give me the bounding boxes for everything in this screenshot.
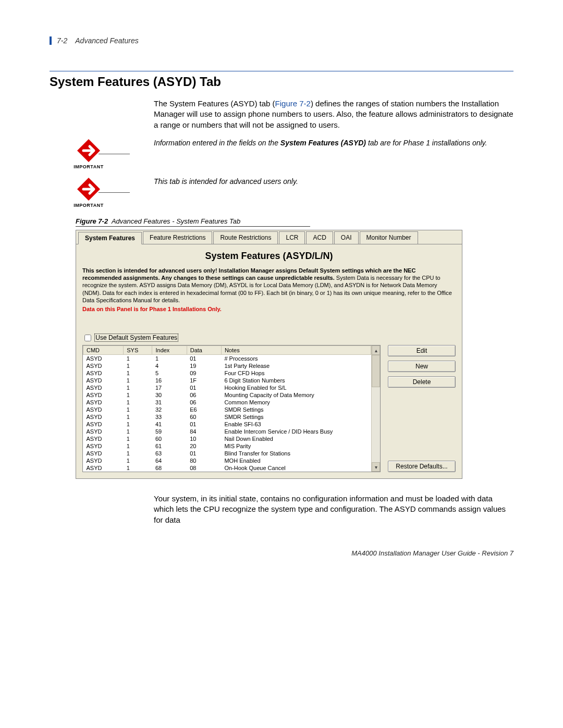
- intro-paragraph: The System Features (ASYD) tab (Figure 7…: [154, 98, 513, 130]
- screenshot-panel: System FeaturesFeature RestrictionsRoute…: [76, 230, 462, 479]
- figure-caption: Figure 7-2 Advanced Features - System Fe…: [76, 217, 310, 227]
- column-header[interactable]: CMD: [83, 346, 124, 355]
- section-divider: [50, 71, 513, 71]
- table-row[interactable]: ASYD11701Hooking Enabled for S/L: [83, 384, 371, 391]
- tab-strip: System FeaturesFeature RestrictionsRoute…: [76, 230, 462, 244]
- table-row[interactable]: ASYD1161F6 Digit Station Numbers: [83, 377, 371, 384]
- table-row[interactable]: ASYD16120MIS Parity: [83, 442, 371, 450]
- tab-oai[interactable]: OAI: [334, 231, 359, 244]
- column-header[interactable]: Notes: [221, 346, 371, 355]
- tab-monitor-number[interactable]: Monitor Number: [360, 231, 418, 244]
- restore-defaults-button[interactable]: Restore Defaults...: [388, 461, 456, 472]
- panel-title: System Features (ASYD/L/N): [82, 251, 456, 262]
- tab-system-features[interactable]: System Features: [78, 232, 142, 244]
- important-icon: [76, 177, 101, 202]
- delete-button[interactable]: Delete: [388, 376, 456, 388]
- table-row[interactable]: ASYD1101# Processors: [83, 355, 371, 363]
- section-title: System Features (ASYD) Tab: [50, 75, 513, 89]
- table-row[interactable]: ASYD132E6SMDR Settings: [83, 406, 371, 413]
- table-row[interactable]: ASYD15984Enable Intercom Service / DID H…: [83, 428, 371, 435]
- tab-acd[interactable]: ACD: [306, 231, 333, 244]
- important-label: IMPORTANT: [74, 164, 103, 169]
- use-default-label: Use Default System Features: [94, 334, 178, 342]
- important-label: IMPORTANT: [74, 203, 103, 208]
- table-row[interactable]: ASYD13106Common Memory: [83, 399, 371, 406]
- important-icon: [76, 138, 101, 163]
- note-1: Information entered in the fields on the…: [154, 138, 513, 148]
- page-header: 7-2 Advanced Features: [50, 36, 513, 45]
- tab-lcr[interactable]: LCR: [279, 231, 305, 244]
- new-button[interactable]: New: [388, 361, 456, 372]
- column-header[interactable]: Data: [187, 346, 221, 355]
- scroll-down-icon[interactable]: ▾: [372, 462, 380, 472]
- table-row[interactable]: ASYD14101Enable SFI-63: [83, 421, 371, 428]
- data-grid[interactable]: CMDSYSIndexDataNotes ASYD1101# Processor…: [82, 345, 381, 472]
- table-row[interactable]: ASYD16010Nail Down Enabled: [83, 435, 371, 442]
- table-row[interactable]: ASYD13006Mounting Capacity of Data Memor…: [83, 391, 371, 399]
- scroll-up-icon[interactable]: ▴: [372, 346, 380, 355]
- tab-route-restrictions[interactable]: Route Restrictions: [213, 231, 278, 244]
- table-row[interactable]: ASYD16301Blind Transfer for Stations: [83, 450, 371, 457]
- header-section: Advanced Features: [75, 36, 138, 45]
- panel-warning: Data on this Panel is for Phase 1 Instal…: [82, 306, 456, 312]
- table-row[interactable]: ASYD1509Four CFD Hops: [83, 369, 371, 377]
- table-row[interactable]: ASYD13360SMDR Settings: [83, 413, 371, 421]
- column-header[interactable]: Index: [152, 346, 187, 355]
- figure-reference-link[interactable]: Figure 7-2: [275, 99, 311, 108]
- table-row[interactable]: ASYD14191st Party Release: [83, 362, 371, 369]
- table-row[interactable]: ASYD16480MOH Enabled: [83, 457, 371, 464]
- column-header[interactable]: SYS: [124, 346, 152, 355]
- page-number: 7-2: [57, 36, 67, 45]
- note-2: This tab is intended for advanced users …: [154, 177, 513, 187]
- tab-feature-restrictions[interactable]: Feature Restrictions: [143, 231, 212, 244]
- page-footer: MA4000 Installation Manager User Guide -…: [50, 549, 513, 557]
- edit-button[interactable]: Edit: [388, 345, 456, 356]
- table-row[interactable]: ASYD16808On-Hook Queue Cancel: [83, 464, 371, 472]
- panel-description: This section is intended for advanced us…: [82, 267, 456, 304]
- scrollbar[interactable]: ▴ ▾: [371, 346, 380, 472]
- use-default-checkbox[interactable]: [84, 335, 91, 341]
- below-figure-paragraph: Your system, in its initial state, conta…: [154, 493, 513, 525]
